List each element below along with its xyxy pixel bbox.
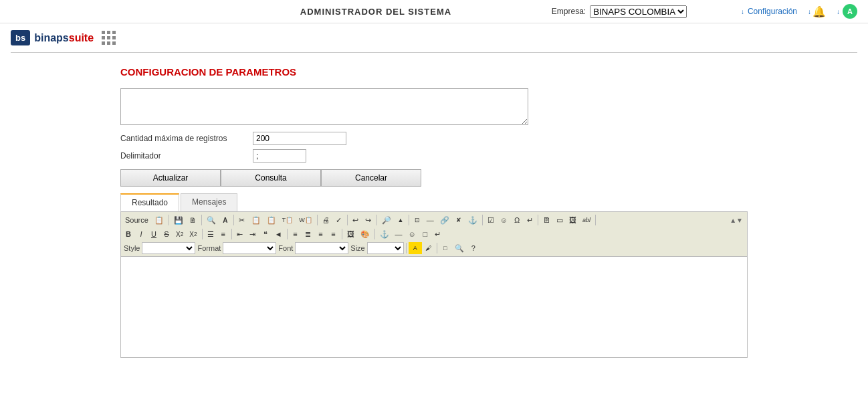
page-break-btn[interactable]: ↵	[524, 214, 536, 226]
notification-icon[interactable]: ↓ 🔔	[808, 5, 826, 18]
abbr-btn[interactable]: abl	[580, 214, 593, 226]
editor-body[interactable]	[121, 257, 747, 357]
anchor2-btn[interactable]: ⚓	[377, 228, 392, 240]
sub-btn[interactable]: X2	[173, 228, 186, 240]
indent-btn[interactable]: ⇥	[247, 228, 259, 240]
emoji-btn[interactable]: ☺	[406, 228, 419, 240]
scroll-arrows: ▲ ▼	[598, 217, 743, 224]
sep2	[201, 215, 202, 225]
align-right-btn[interactable]: ≡	[315, 228, 327, 240]
preview-btn[interactable]: 🔍	[204, 214, 219, 226]
size-select[interactable]	[367, 242, 404, 254]
sep6	[376, 215, 377, 225]
tab-mensajes[interactable]: Mensajes	[181, 193, 237, 211]
format-label: Format	[197, 244, 221, 252]
user-avatar[interactable]: A	[843, 4, 857, 19]
unlink-btn[interactable]: ✘	[453, 214, 465, 226]
media-btn[interactable]: □	[419, 228, 431, 240]
horiz-rule-btn[interactable]: —	[424, 214, 437, 226]
consulta-button[interactable]: Consulta	[221, 169, 321, 187]
print-btn[interactable]: 🖨	[320, 214, 332, 226]
source-btn[interactable]: Source	[122, 214, 151, 226]
bg-color-btn[interactable]: 🖌	[423, 242, 435, 254]
smiley-btn[interactable]: ☺	[498, 214, 510, 226]
paste-text-btn[interactable]: T📋	[280, 214, 296, 226]
iframe-btn[interactable]: ▭	[554, 214, 566, 226]
empresa-select[interactable]: BINAPS COLOMBIA	[590, 5, 687, 18]
copy-doc-btn[interactable]: 📋	[152, 214, 167, 226]
form-area: Cantidad máxima de registros Delimitador	[120, 88, 748, 163]
button-row: Actualizar Consulta Cancelar	[120, 169, 748, 187]
spell-btn[interactable]: ✓	[333, 214, 345, 226]
sep3	[233, 215, 234, 225]
font-color-btn[interactable]: 🎨	[358, 228, 372, 240]
font-select[interactable]	[295, 242, 348, 254]
sep14	[342, 229, 342, 239]
bold-btn[interactable]: B	[122, 228, 134, 240]
user-arrow: ↓	[837, 8, 840, 15]
configuracion-link[interactable]: ↓ Configuración	[741, 7, 797, 16]
special-char-btn[interactable]: Ω	[511, 214, 523, 226]
hr-btn[interactable]: —	[393, 228, 405, 240]
format-select[interactable]	[223, 242, 276, 254]
strike-btn[interactable]: S	[160, 228, 173, 240]
fg-color-btn[interactable]: A	[409, 242, 422, 254]
align-left-btn[interactable]: ≡	[290, 228, 302, 240]
blockquote-btn[interactable]: ❝	[259, 228, 272, 240]
outdent-btn[interactable]: ⇤	[234, 228, 246, 240]
underline-btn[interactable]: U	[148, 228, 160, 240]
cantidad-input[interactable]	[253, 132, 346, 145]
styles2-btn[interactable]: □	[439, 242, 451, 254]
cut-btn[interactable]: ✂	[236, 214, 248, 226]
copy2-btn[interactable]: 📋	[249, 214, 263, 226]
undo-btn[interactable]: ↩	[350, 214, 362, 226]
main-content: CONFIGURACION DE PARAMETROS Cantidad máx…	[0, 53, 868, 371]
unordered-list-btn[interactable]: ≡	[217, 228, 229, 240]
table-btn[interactable]: ⊡	[411, 214, 423, 226]
anchor-btn[interactable]: ⚓	[465, 214, 480, 226]
italic-btn[interactable]: I	[135, 228, 147, 240]
font-label: Font	[278, 244, 293, 252]
editor-container: Source 📋 💾 🗎 🔍 A ✂ 📋 📋 T📋 W📋 🖨 ✓ ↩	[120, 211, 748, 358]
tab-resultado[interactable]: Resultado	[120, 193, 179, 211]
topbar-title: ADMINISTRADOR DEL SISTEMA	[254, 7, 498, 17]
paste-word-btn[interactable]: W📋	[296, 214, 315, 226]
paste-btn[interactable]: 📋	[264, 214, 279, 226]
cancelar-button[interactable]: Cancelar	[321, 169, 421, 187]
style-select[interactable]	[142, 242, 195, 254]
actualizar-button[interactable]: Actualizar	[120, 169, 221, 187]
checkbox-btn[interactable]: ☑	[485, 214, 497, 226]
tabs-row: Resultado Mensajes	[120, 193, 748, 211]
empresa-label: Empresa:	[552, 7, 586, 16]
replace-btn[interactable]: ▲	[395, 214, 407, 226]
sep10	[595, 215, 596, 225]
size-label: Size	[350, 244, 364, 252]
sep15	[374, 229, 375, 239]
sep4	[317, 215, 318, 225]
params-textarea[interactable]	[120, 88, 528, 125]
zoom-btn[interactable]: 🔍	[452, 242, 467, 254]
logobar: bs binapssuite	[0, 23, 868, 52]
new-doc-btn[interactable]: 🗎	[187, 214, 199, 226]
ordered-list-btn[interactable]: ☰	[205, 228, 217, 240]
link-btn[interactable]: 🔗	[437, 214, 452, 226]
dir-btn[interactable]: ◄	[272, 228, 285, 240]
save-btn[interactable]: 💾	[171, 214, 186, 226]
templates-btn[interactable]: ↵	[432, 228, 444, 240]
logo-binaps: binapssuite	[34, 32, 94, 44]
image2-btn[interactable]: 🖼	[566, 214, 579, 226]
form-btn[interactable]: 🖹	[540, 214, 553, 226]
help-btn[interactable]: ?	[467, 242, 479, 254]
toolbar-row3: Style Format Font Size A 🖌 □ 🔍 ?	[122, 241, 746, 255]
align-justify-btn[interactable]: ≡	[328, 228, 340, 240]
logo-grid	[102, 31, 116, 45]
find-btn[interactable]: 🔎	[379, 214, 394, 226]
image-insert-btn[interactable]: 🖼	[344, 228, 357, 240]
align-center-btn[interactable]: ≣	[302, 228, 314, 240]
delimitador-input[interactable]	[253, 149, 306, 163]
selectall-btn[interactable]: A	[219, 214, 231, 226]
sup-btn[interactable]: X2	[187, 228, 199, 240]
editor-toolbar: Source 📋 💾 🗎 🔍 A ✂ 📋 📋 T📋 W📋 🖨 ✓ ↩	[121, 212, 747, 257]
redo-btn[interactable]: ↪	[362, 214, 374, 226]
topbar: ADMINISTRADOR DEL SISTEMA Empresa: BINAP…	[0, 0, 868, 23]
